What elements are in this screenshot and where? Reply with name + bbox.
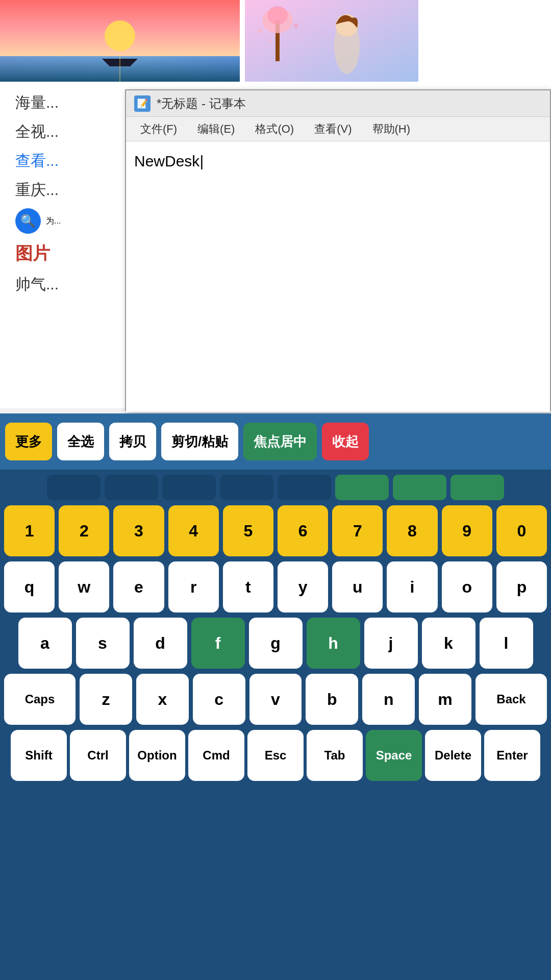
key-h[interactable]: h <box>307 618 360 669</box>
key-1[interactable]: 1 <box>4 505 55 556</box>
key-esc[interactable]: Esc <box>247 730 304 781</box>
keyboard-zxcv-row: Caps z x c v b n m Back <box>4 674 547 725</box>
notepad-titlebar[interactable]: 📝 *无标题 - 记事本 <box>126 90 550 117</box>
toolbar-cutpaste-button[interactable]: 剪切/粘贴 <box>161 423 238 460</box>
menu-edit[interactable]: 编辑(E) <box>187 117 245 141</box>
key-x[interactable]: x <box>136 674 189 725</box>
toolbar-selectall-button[interactable]: 全选 <box>57 423 104 460</box>
key-i[interactable]: i <box>387 561 437 612</box>
keyboard-accent-row <box>4 475 547 500</box>
key-f[interactable]: f <box>191 618 245 669</box>
key-3[interactable]: 3 <box>113 505 164 556</box>
menu-help[interactable]: 帮助(H) <box>362 117 421 141</box>
notepad-text: NewDesk <box>134 153 199 169</box>
menu-file[interactable]: 文件(F) <box>130 117 187 141</box>
notepad-title: *无标题 - 记事本 <box>157 95 542 112</box>
svg-point-11 <box>269 39 272 42</box>
keyboard-bottom-row: Shift Ctrl Option Cmd Esc Tab Space Dele… <box>4 730 547 781</box>
key-n[interactable]: n <box>362 674 415 725</box>
key-d[interactable]: d <box>134 618 187 669</box>
key-9[interactable]: 9 <box>442 505 492 556</box>
key-l[interactable]: l <box>480 618 533 669</box>
key-p[interactable]: p <box>496 561 547 612</box>
key-a[interactable]: a <box>18 618 72 669</box>
key-c[interactable]: c <box>193 674 245 725</box>
key-enter[interactable]: Enter <box>484 730 540 781</box>
menu-format[interactable]: 格式(O) <box>245 117 304 141</box>
key-tab[interactable]: Tab <box>307 730 363 781</box>
key-u[interactable]: u <box>332 561 383 612</box>
svg-point-8 <box>267 6 288 24</box>
notepad-icon: 📝 <box>134 95 151 112</box>
key-option[interactable]: Option <box>129 730 185 781</box>
key-ctrl[interactable]: Ctrl <box>70 730 126 781</box>
toolbar-copy-button[interactable]: 拷贝 <box>109 423 156 460</box>
key-4[interactable]: 4 <box>168 505 219 556</box>
key-k[interactable]: k <box>422 618 475 669</box>
browser-image-right <box>245 0 418 82</box>
notepad-window: 📝 *无标题 - 记事本 文件(F) 编辑(E) 格式(O) 查看(V) 帮助(… <box>125 89 551 411</box>
key-w[interactable]: w <box>59 561 109 612</box>
keyboard-toolbar: 更多 全选 拷贝 剪切/粘贴 焦点居中 收起 <box>0 413 551 470</box>
keyboard-number-row: 1 2 3 4 5 6 7 8 9 0 <box>4 505 547 556</box>
svg-point-1 <box>105 20 135 51</box>
notepad-content[interactable]: NewDesk <box>126 141 550 412</box>
keyboard-asdf-row: a s d f g h j k l <box>4 618 547 669</box>
key-6[interactable]: 6 <box>278 505 328 556</box>
key-delete[interactable]: Delete <box>425 730 481 781</box>
key-7[interactable]: 7 <box>332 505 383 556</box>
key-g[interactable]: g <box>249 618 303 669</box>
key-s[interactable]: s <box>76 618 130 669</box>
key-space[interactable]: Space <box>366 730 422 781</box>
key-o[interactable]: o <box>442 561 492 612</box>
svg-point-9 <box>258 28 263 33</box>
key-8[interactable]: 8 <box>387 505 437 556</box>
browser-image-left <box>0 0 240 82</box>
key-e[interactable]: e <box>113 561 164 612</box>
toolbar-focus-button[interactable]: 焦点居中 <box>243 423 317 460</box>
key-5[interactable]: 5 <box>223 505 273 556</box>
notepad-menubar: 文件(F) 编辑(E) 格式(O) 查看(V) 帮助(H) <box>126 117 550 141</box>
browser-images <box>0 0 551 82</box>
svg-point-10 <box>294 23 298 28</box>
key-r[interactable]: r <box>168 561 219 612</box>
key-v[interactable]: v <box>249 674 302 725</box>
search-icon: 🔍 <box>15 208 41 234</box>
key-q[interactable]: q <box>4 561 55 612</box>
search-text: 为... <box>46 216 61 227</box>
key-0[interactable]: 0 <box>496 505 547 556</box>
key-y[interactable]: y <box>278 561 328 612</box>
key-b[interactable]: b <box>306 674 358 725</box>
key-caps[interactable]: Caps <box>4 674 76 725</box>
key-t[interactable]: t <box>223 561 273 612</box>
key-cmd[interactable]: Cmd <box>188 730 244 781</box>
key-j[interactable]: j <box>364 618 418 669</box>
keyboard-area: 1 2 3 4 5 6 7 8 9 0 q w e r t y u i o p … <box>0 470 551 980</box>
menu-view[interactable]: 查看(V) <box>304 117 362 141</box>
key-shift[interactable]: Shift <box>11 730 67 781</box>
key-back[interactable]: Back <box>475 674 547 725</box>
toolbar-more-button[interactable]: 更多 <box>5 423 52 460</box>
toolbar-collapse-button[interactable]: 收起 <box>322 423 369 460</box>
text-cursor <box>199 153 204 169</box>
key-m[interactable]: m <box>419 674 471 725</box>
keyboard-qwerty-row: q w e r t y u i o p <box>4 561 547 612</box>
key-z[interactable]: z <box>80 674 132 725</box>
key-2[interactable]: 2 <box>59 505 109 556</box>
